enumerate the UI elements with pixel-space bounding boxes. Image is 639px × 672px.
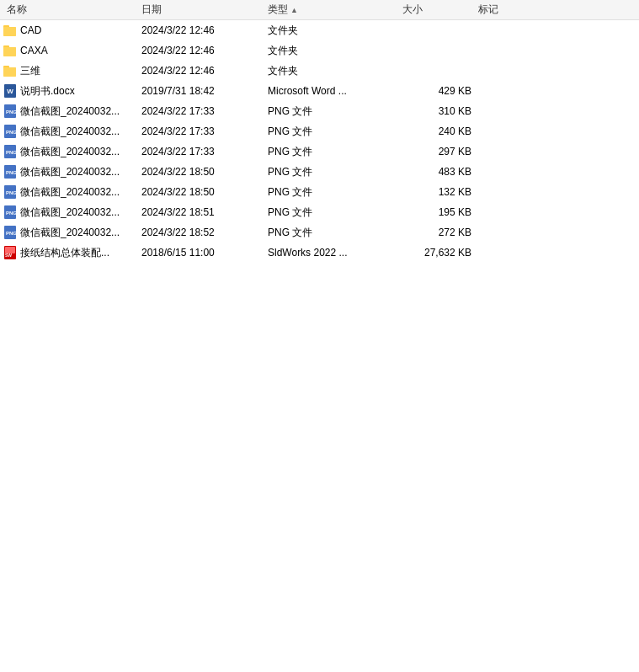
png-icon: PNG bbox=[3, 205, 17, 219]
row-name-cell: CAD bbox=[3, 24, 138, 37]
col-date-label: 日期 bbox=[141, 3, 162, 15]
table-row[interactable]: PNG 微信截图_20240032... 2024/3/22 17:33 PNG… bbox=[0, 121, 639, 141]
png-icon: PNG bbox=[3, 165, 17, 179]
col-type-label: 类型 bbox=[268, 3, 288, 17]
row-filename: 微信截图_20240032... bbox=[20, 145, 138, 159]
png-icon: PNG bbox=[3, 226, 17, 239]
svg-text:SW: SW bbox=[5, 253, 12, 258]
word-icon: W bbox=[3, 84, 17, 98]
row-type: PNG 文件 bbox=[264, 205, 399, 220]
column-header: 名称 日期 类型 ▲ 大小 标记 bbox=[0, 0, 639, 20]
col-header-size[interactable]: 大小 bbox=[399, 3, 475, 17]
svg-text:PNG: PNG bbox=[6, 231, 16, 236]
row-size: 297 KB bbox=[399, 146, 475, 157]
row-name-cell: PNG 微信截图_20240032... bbox=[3, 226, 138, 240]
row-name-cell: CAXA bbox=[3, 44, 138, 57]
sort-arrow-icon: ▲ bbox=[290, 6, 298, 14]
svg-rect-8 bbox=[3, 67, 16, 77]
col-size-label: 大小 bbox=[402, 3, 423, 15]
svg-text:PNG: PNG bbox=[6, 190, 16, 195]
folder-icon bbox=[3, 64, 17, 77]
row-filename: 微信截图_20240032... bbox=[20, 104, 138, 119]
row-filename: 微信截图_20240032... bbox=[20, 226, 138, 240]
row-filename: 三维 bbox=[20, 64, 138, 78]
row-type: PNG 文件 bbox=[264, 125, 399, 139]
row-date: 2019/7/31 18:42 bbox=[138, 85, 264, 97]
row-filename: 说明书.docx bbox=[20, 84, 138, 99]
row-filename: CAD bbox=[20, 24, 138, 36]
row-type: PNG 文件 bbox=[264, 226, 399, 240]
svg-text:PNG: PNG bbox=[6, 211, 16, 216]
row-name-cell: PNG 微信截图_20240032... bbox=[3, 125, 138, 139]
row-name-cell: PNG 微信截图_20240032... bbox=[3, 165, 138, 179]
row-type: SldWorks 2022 ... bbox=[264, 247, 399, 259]
row-date: 2024/3/22 12:46 bbox=[138, 24, 264, 36]
row-date: 2024/3/22 12:46 bbox=[138, 45, 264, 56]
file-explorer: 名称 日期 类型 ▲ 大小 标记 CAD bbox=[0, 0, 639, 672]
row-name-cell: PNG 微信截图_20240032... bbox=[3, 104, 138, 119]
row-size: 240 KB bbox=[399, 125, 475, 137]
png-icon: PNG bbox=[3, 185, 17, 199]
png-icon: PNG bbox=[3, 145, 17, 158]
table-row[interactable]: PNG 微信截图_20240032... 2024/3/22 17:33 PNG… bbox=[0, 101, 639, 121]
row-type: PNG 文件 bbox=[264, 165, 399, 179]
table-row[interactable]: PNG 微信截图_20240032... 2024/3/22 18:51 PNG… bbox=[0, 202, 639, 222]
col-header-date[interactable]: 日期 bbox=[138, 3, 264, 17]
row-date: 2024/3/22 17:33 bbox=[138, 105, 264, 117]
table-row[interactable]: 三维 2024/3/22 12:46 文件夹 bbox=[0, 61, 639, 81]
row-filename: 微信截图_20240032... bbox=[20, 125, 138, 139]
col-tag-label: 标记 bbox=[478, 3, 498, 15]
row-filename: 微信截图_20240032... bbox=[20, 205, 138, 220]
row-name-cell: W 说明书.docx bbox=[3, 84, 138, 99]
col-header-name[interactable]: 名称 bbox=[3, 3, 138, 17]
row-size: 483 KB bbox=[399, 166, 475, 178]
row-name-cell: 三维 bbox=[3, 64, 138, 78]
svg-text:PNG: PNG bbox=[6, 170, 16, 175]
file-list: CAD 2024/3/22 12:46 文件夹 CAXA 2024/3/22 1… bbox=[0, 20, 639, 263]
row-size: 195 KB bbox=[399, 206, 475, 218]
table-row[interactable]: W 说明书.docx 2019/7/31 18:42 Microsoft Wor… bbox=[0, 81, 639, 101]
row-date: 2024/3/22 18:50 bbox=[138, 186, 264, 198]
row-type: PNG 文件 bbox=[264, 104, 399, 119]
row-filename: 接纸结构总体装配... bbox=[20, 246, 138, 260]
row-date: 2024/3/22 18:50 bbox=[138, 166, 264, 178]
table-row[interactable]: PNG 微信截图_20240032... 2024/3/22 18:50 PNG… bbox=[0, 162, 639, 182]
row-date: 2018/6/15 11:00 bbox=[138, 247, 264, 259]
row-type: Microsoft Word ... bbox=[264, 85, 399, 97]
col-header-type[interactable]: 类型 ▲ bbox=[264, 3, 399, 17]
row-filename: 微信截图_20240032... bbox=[20, 185, 138, 200]
row-type: PNG 文件 bbox=[264, 145, 399, 159]
row-size: 310 KB bbox=[399, 105, 475, 117]
col-header-tag[interactable]: 标记 bbox=[475, 3, 542, 17]
col-name-label: 名称 bbox=[7, 3, 27, 17]
table-row[interactable]: CAD 2024/3/22 12:46 文件夹 bbox=[0, 20, 639, 40]
row-filename: 微信截图_20240032... bbox=[20, 165, 138, 179]
row-date: 2024/3/22 17:33 bbox=[138, 125, 264, 137]
row-size: 27,632 KB bbox=[399, 247, 475, 259]
row-date: 2024/3/22 18:51 bbox=[138, 206, 264, 218]
table-row[interactable]: CAXA 2024/3/22 12:46 文件夹 bbox=[0, 40, 639, 61]
row-name-cell: PNG 微信截图_20240032... bbox=[3, 205, 138, 220]
table-row[interactable]: SW 接纸结构总体装配... 2018/6/15 11:00 SldWorks … bbox=[0, 243, 639, 263]
svg-rect-2 bbox=[3, 27, 16, 36]
sldworks-icon: SW bbox=[3, 246, 17, 259]
row-type: 文件夹 bbox=[264, 44, 399, 58]
row-size: 132 KB bbox=[399, 186, 475, 198]
row-filename: CAXA bbox=[20, 45, 138, 56]
row-name-cell: SW 接纸结构总体装配... bbox=[3, 246, 138, 260]
table-row[interactable]: PNG 微信截图_20240032... 2024/3/22 18:50 PNG… bbox=[0, 182, 639, 202]
folder-icon bbox=[3, 24, 17, 37]
row-type: 文件夹 bbox=[264, 24, 399, 38]
row-type: 文件夹 bbox=[264, 64, 399, 78]
folder-icon bbox=[3, 44, 17, 57]
row-date: 2024/3/22 17:33 bbox=[138, 146, 264, 157]
row-date: 2024/3/22 18:52 bbox=[138, 227, 264, 238]
png-icon: PNG bbox=[3, 125, 17, 138]
table-row[interactable]: PNG 微信截图_20240032... 2024/3/22 18:52 PNG… bbox=[0, 222, 639, 243]
table-row[interactable]: PNG 微信截图_20240032... 2024/3/22 17:33 PNG… bbox=[0, 141, 639, 162]
row-date: 2024/3/22 12:46 bbox=[138, 65, 264, 77]
row-name-cell: PNG 微信截图_20240032... bbox=[3, 185, 138, 200]
row-size: 272 KB bbox=[399, 227, 475, 238]
svg-text:PNG: PNG bbox=[6, 130, 16, 135]
row-type: PNG 文件 bbox=[264, 185, 399, 200]
